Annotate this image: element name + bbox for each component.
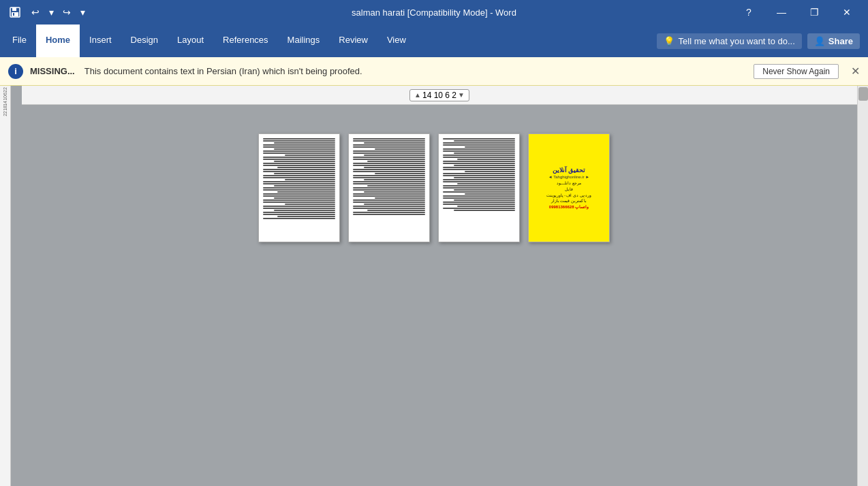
text-line bbox=[263, 199, 335, 201]
tab-home[interactable]: Home bbox=[36, 25, 80, 57]
lightbulb-icon: 💡 bbox=[664, 36, 675, 46]
text-line bbox=[263, 146, 335, 148]
missing-label: MISSING... bbox=[30, 66, 75, 76]
text-line bbox=[263, 206, 335, 207]
text-line bbox=[443, 163, 515, 164]
redo-button[interactable]: ↪ bbox=[59, 3, 75, 22]
scroll-thumb[interactable] bbox=[858, 87, 868, 101]
text-line bbox=[263, 175, 335, 176]
tell-me-text[interactable]: Tell me what you want to do... bbox=[679, 36, 795, 46]
notification-close-button[interactable]: ✕ bbox=[851, 65, 860, 78]
undo-dropdown[interactable]: ▾ bbox=[46, 7, 56, 18]
page-1 bbox=[258, 133, 340, 242]
text-line bbox=[443, 167, 515, 168]
text-line bbox=[263, 152, 335, 154]
text-line bbox=[277, 167, 335, 168]
notification-icon: i bbox=[8, 64, 23, 79]
ruler-decrease-arrow[interactable]: ▲ bbox=[414, 91, 421, 99]
text-line bbox=[353, 157, 425, 158]
page-4-ad: تحقیق آنلاین ◄ Tahghighonline.ir ► مرجع … bbox=[529, 134, 609, 242]
text-line bbox=[353, 144, 425, 146]
text-line bbox=[443, 173, 515, 174]
text-line bbox=[263, 201, 335, 203]
text-line bbox=[443, 142, 515, 144]
notification-text: This document contains text in Persian (… bbox=[84, 66, 747, 76]
vertical-scrollbar[interactable] bbox=[857, 86, 868, 486]
tab-layout[interactable]: Layout bbox=[168, 25, 213, 57]
text-line bbox=[285, 179, 335, 180]
tab-view[interactable]: View bbox=[377, 25, 416, 57]
qat-dropdown[interactable]: ▾ bbox=[78, 7, 87, 18]
text-line bbox=[443, 138, 515, 140]
tab-mailings[interactable]: Mailings bbox=[278, 25, 330, 57]
text-line bbox=[353, 183, 425, 184]
page-4: تحقیق آنلاین ◄ Tahghighonline.ir ► مرجع … bbox=[528, 133, 610, 242]
ribbon-right: 💡 Tell me what you want to do... 👤 Share bbox=[657, 25, 865, 57]
text-line bbox=[457, 183, 515, 184]
text-line bbox=[263, 157, 335, 158]
text-line bbox=[443, 161, 515, 162]
text-line bbox=[353, 208, 425, 209]
text-line bbox=[465, 171, 515, 172]
text-line bbox=[274, 197, 335, 199]
text-line bbox=[353, 175, 425, 176]
text-line bbox=[263, 159, 335, 160]
ad-phone: 09981366628 واتساپ bbox=[549, 204, 589, 209]
text-line bbox=[353, 152, 425, 154]
text-line bbox=[353, 140, 425, 142]
left-ruler: 2 2 6 10 14 18 22 bbox=[0, 86, 11, 486]
text-line bbox=[263, 140, 335, 142]
close-button[interactable]: ✕ bbox=[831, 0, 863, 25]
share-button[interactable]: 👤 Share bbox=[807, 33, 860, 49]
ad-line3: ورد-پی دی اف - پاورپوینت bbox=[546, 193, 592, 199]
text-line bbox=[454, 152, 515, 154]
undo-button[interactable]: ↩ bbox=[27, 3, 44, 22]
text-line bbox=[274, 210, 335, 211]
text-line bbox=[274, 148, 335, 150]
text-line bbox=[443, 187, 515, 189]
save-icon[interactable] bbox=[5, 3, 25, 22]
ad-title: تحقیق آنلاین bbox=[553, 167, 586, 174]
ruler-increase-arrow[interactable]: ▼ bbox=[458, 91, 465, 99]
minimize-button[interactable]: — bbox=[766, 0, 797, 25]
notification-bar: i MISSING... This document contains text… bbox=[0, 57, 868, 86]
text-line bbox=[465, 146, 515, 148]
text-line bbox=[375, 148, 425, 150]
text-line bbox=[353, 165, 425, 166]
page-3-content bbox=[439, 134, 519, 242]
tab-insert[interactable]: Insert bbox=[80, 25, 121, 57]
tab-review[interactable]: Review bbox=[329, 25, 377, 57]
text-line bbox=[263, 195, 335, 197]
text-line bbox=[443, 204, 515, 205]
text-line bbox=[454, 177, 515, 178]
text-line bbox=[454, 140, 515, 142]
text-line bbox=[285, 204, 335, 205]
text-line bbox=[364, 167, 425, 168]
text-line bbox=[443, 155, 515, 156]
text-line bbox=[367, 185, 425, 187]
tell-me-box[interactable]: 💡 Tell me what you want to do... bbox=[657, 33, 802, 49]
text-line bbox=[263, 181, 335, 182]
text-line bbox=[263, 212, 335, 213]
text-line bbox=[443, 201, 515, 203]
restore-button[interactable]: ❐ bbox=[799, 0, 830, 25]
text-line bbox=[443, 175, 515, 176]
text-line bbox=[454, 199, 515, 201]
svg-rect-1 bbox=[12, 7, 16, 11]
tab-design[interactable]: Design bbox=[121, 25, 168, 57]
text-line bbox=[353, 206, 425, 207]
text-line bbox=[353, 177, 425, 178]
help-button[interactable]: ? bbox=[733, 0, 764, 25]
text-line bbox=[263, 163, 335, 164]
text-line bbox=[263, 189, 335, 191]
text-line bbox=[285, 155, 335, 156]
text-line bbox=[375, 173, 425, 174]
text-line bbox=[353, 138, 425, 140]
tab-file[interactable]: File bbox=[3, 25, 36, 57]
share-label: Share bbox=[828, 36, 853, 46]
never-show-again-button[interactable]: Never Show Again bbox=[754, 64, 839, 79]
text-line bbox=[263, 171, 335, 172]
text-line bbox=[457, 206, 515, 207]
tab-references[interactable]: References bbox=[213, 25, 277, 57]
ad-arrow: ◄ bbox=[548, 175, 553, 179]
